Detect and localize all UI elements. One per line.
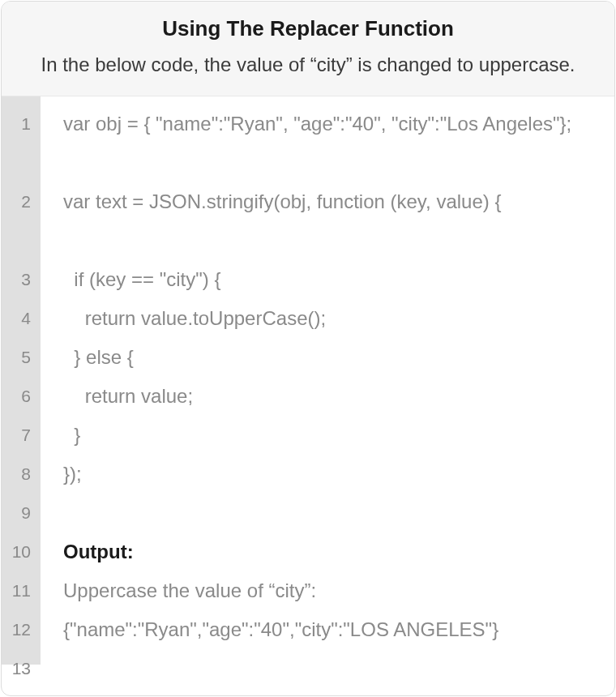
code-line: return value.toUpperCase(); xyxy=(63,299,598,338)
output-line: {"name":"Ryan","age":"40","city":"LOS AN… xyxy=(63,610,598,649)
line-number: 7 xyxy=(2,416,41,455)
line-number: 10 xyxy=(2,532,41,571)
line-number: 1 xyxy=(2,105,41,182)
line-number: 6 xyxy=(2,377,41,416)
code-area: 1234567891011121314 var obj = { "name":"… xyxy=(2,96,614,665)
example-card: Using The Replacer Function In the below… xyxy=(1,1,615,696)
line-number: 2 xyxy=(2,182,41,260)
code-line: } else { xyxy=(63,338,598,377)
line-number: 8 xyxy=(2,455,41,494)
line-number: 14 xyxy=(2,688,41,696)
code-line: }); xyxy=(63,455,598,494)
line-number-gutter: 1234567891011121314 xyxy=(2,96,41,665)
code-line: var obj = { "name":"Ryan", "age":"40", "… xyxy=(63,105,598,182)
card-header: Using The Replacer Function In the below… xyxy=(2,2,614,96)
code-line xyxy=(63,688,598,696)
line-number: 12 xyxy=(2,610,41,649)
card-subtitle: In the below code, the value of “city” i… xyxy=(21,49,595,79)
code-line: return value; xyxy=(63,377,598,416)
line-number: 3 xyxy=(2,260,41,299)
output-label: Output: xyxy=(63,532,598,571)
line-number: 4 xyxy=(2,299,41,338)
code-content: var obj = { "name":"Ryan", "age":"40", "… xyxy=(41,96,614,665)
line-number: 5 xyxy=(2,338,41,377)
line-number: 13 xyxy=(2,649,41,688)
code-line: if (key == "city") { xyxy=(63,260,598,299)
code-line: var text = JSON.stringify(obj, function … xyxy=(63,182,598,260)
card-title: Using The Replacer Function xyxy=(21,16,595,41)
code-line: } xyxy=(63,416,598,455)
code-line xyxy=(63,494,598,532)
line-number: 9 xyxy=(2,494,41,532)
code-line xyxy=(63,649,598,688)
output-line: Uppercase the value of “city”: xyxy=(63,571,598,610)
line-number: 11 xyxy=(2,571,41,610)
